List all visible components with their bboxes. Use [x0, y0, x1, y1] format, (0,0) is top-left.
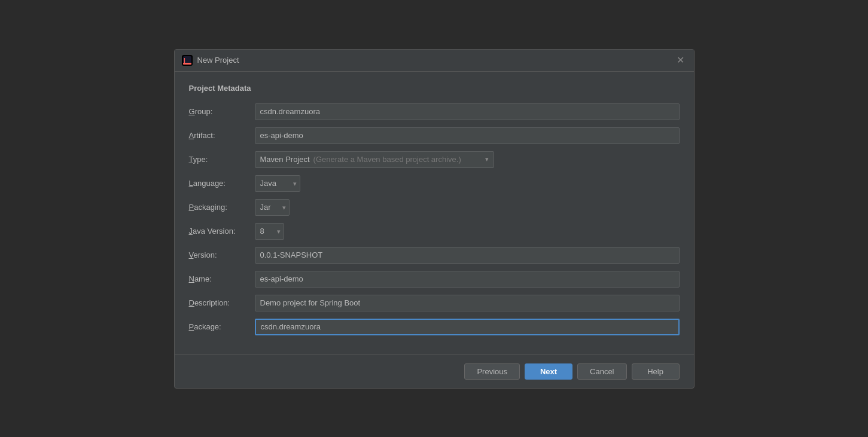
name-row: Name:	[189, 271, 680, 288]
version-input[interactable]	[255, 247, 680, 264]
help-button[interactable]: Help	[632, 363, 680, 380]
type-label: Type:	[189, 155, 255, 164]
artifact-label: Artifact:	[189, 131, 255, 140]
language-row: Language: Java Kotlin Groovy	[189, 175, 680, 192]
packaging-row: Packaging: Jar War	[189, 199, 680, 216]
artifact-input[interactable]	[255, 127, 680, 144]
java-version-select[interactable]: 8 11 17	[255, 223, 284, 240]
java-version-select-wrapper: 8 11 17	[255, 223, 284, 240]
package-row: Package:	[189, 319, 680, 335]
app-icon: I	[182, 55, 193, 66]
language-select[interactable]: Java Kotlin Groovy	[255, 175, 300, 192]
artifact-row: Artifact:	[189, 127, 680, 144]
previous-button[interactable]: Previous	[464, 363, 520, 380]
dialog-title: New Project	[197, 56, 239, 65]
next-button[interactable]: Next	[525, 363, 572, 380]
java-version-label: Java Version:	[189, 227, 255, 236]
packaging-select[interactable]: Jar War	[255, 199, 290, 216]
group-label: Group:	[189, 107, 255, 116]
type-dropdown-arrow-icon: ▾	[485, 155, 489, 163]
section-title: Project Metadata	[189, 84, 680, 93]
close-button[interactable]: ✕	[674, 54, 687, 66]
description-label: Description:	[189, 298, 255, 307]
type-select[interactable]: Maven Project (Generate a Maven based pr…	[255, 151, 494, 168]
description-input[interactable]	[255, 295, 680, 311]
name-label: Name:	[189, 274, 255, 283]
packaging-select-wrapper: Jar War	[255, 199, 290, 216]
description-row: Description:	[189, 295, 680, 311]
new-project-dialog: I New Project ✕ Project Metadata Group: …	[174, 49, 695, 389]
package-label: Package:	[189, 322, 255, 331]
version-row: Version:	[189, 247, 680, 264]
cancel-button[interactable]: Cancel	[577, 363, 626, 380]
package-input[interactable]	[255, 319, 680, 335]
title-bar: I New Project ✕	[175, 50, 694, 72]
type-name: Maven Project	[260, 155, 310, 164]
type-row: Type: Maven Project (Generate a Maven ba…	[189, 151, 680, 168]
packaging-label: Packaging:	[189, 203, 255, 212]
type-description: (Generate a Maven based project archive.…	[313, 155, 461, 164]
language-select-wrapper: Java Kotlin Groovy	[255, 175, 300, 192]
dialog-footer: Previous Next Cancel Help	[175, 355, 694, 388]
title-bar-left: I New Project	[182, 55, 239, 66]
name-input[interactable]	[255, 271, 680, 288]
dialog-content: Project Metadata Group: Artifact: Type: …	[175, 72, 694, 355]
java-version-row: Java Version: 8 11 17	[189, 223, 680, 240]
group-row: Group:	[189, 103, 680, 120]
version-label: Version:	[189, 250, 255, 259]
svg-rect-3	[183, 63, 191, 65]
group-input[interactable]	[255, 103, 680, 120]
language-label: Language:	[189, 179, 255, 188]
